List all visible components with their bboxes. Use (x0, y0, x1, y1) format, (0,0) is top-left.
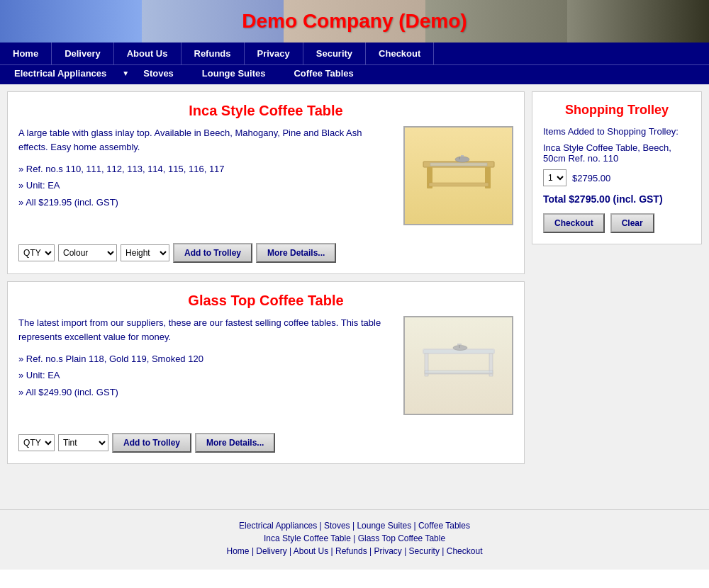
trolley-title: Shopping Trolley (543, 103, 691, 118)
footer-coffee-tables[interactable]: Coffee Tables (418, 521, 470, 531)
footer-delivery[interactable]: Delivery (256, 546, 286, 556)
footer-home[interactable]: Home (227, 546, 250, 556)
product-info-glass: The latest import from our suppliers, th… (18, 316, 393, 415)
trolley-buttons: Checkout Clear (543, 213, 691, 233)
footer-refunds[interactable]: Refunds (335, 546, 367, 556)
product-ref-inca: Ref. no.s 110, 111, 112, 113, 114, 115, … (18, 161, 393, 210)
product-controls-glass: QTY 1 2 3 4 5 Tint Plain Gold Smoked Add… (18, 426, 513, 453)
footer: Electrical Appliances | Stoves | Lounge … (0, 509, 709, 570)
footer-security[interactable]: Security (409, 546, 440, 556)
product-description-glass: The latest import from our suppliers, th… (18, 316, 393, 344)
trolley-qty-select[interactable]: 1 2 3 4 5 (543, 169, 566, 186)
nav-coffee-tables[interactable]: Coffee Tables (279, 65, 367, 81)
footer-line-3: Home | Delivery | About Us | Refunds | P… (11, 546, 698, 556)
trolley-items-label: Items Added to Shopping Trolley: (543, 126, 691, 137)
footer-line-1: Electrical Appliances | Stoves | Lounge … (11, 521, 698, 531)
product-unit-glass: Unit: EA (18, 367, 393, 383)
footer-stoves[interactable]: Stoves (324, 521, 350, 531)
site-title: Demo Company (Demo) (242, 10, 467, 33)
svg-point-5 (455, 157, 469, 162)
trolley-checkout-button[interactable]: Checkout (543, 213, 605, 233)
product-title-glass: Glass Top Coffee Table (18, 293, 513, 309)
footer-inca-table[interactable]: Inca Style Coffee Table (264, 533, 351, 543)
qty-select-glass[interactable]: QTY 1 2 3 4 5 (18, 434, 55, 451)
product-card-glass: Glass Top Coffee Table The latest import… (7, 281, 525, 464)
dropdown-arrow-electrical: ▼ (122, 69, 129, 77)
product-title-inca: Inca Style Coffee Table (18, 103, 513, 119)
nav-checkout[interactable]: Checkout (366, 43, 434, 64)
product-price-inca: All $219.95 (incl. GST) (18, 194, 393, 210)
trolley-clear-button[interactable]: Clear (610, 213, 654, 233)
product-info-inca: A large table with glass inlay top. Avai… (18, 126, 393, 225)
trolley-box: Shopping Trolley Items Added to Shopping… (532, 91, 702, 244)
svg-rect-7 (461, 155, 464, 157)
more-details-button-glass[interactable]: More Details... (195, 433, 275, 453)
nav-home[interactable]: Home (0, 43, 52, 64)
footer-privacy[interactable]: Privacy (374, 546, 401, 556)
footer-electrical-appliances[interactable]: Electrical Appliances (239, 521, 317, 531)
nav-refunds[interactable]: Refunds (182, 43, 245, 64)
nav-stoves[interactable]: Stoves (129, 65, 188, 81)
add-to-trolley-button-inca[interactable]: Add to Trolley (173, 243, 252, 263)
product-image-glass (403, 316, 513, 415)
add-to-trolley-button-glass[interactable]: Add to Trolley (112, 433, 191, 453)
product-price-glass: All $249.90 (incl. GST) (18, 384, 393, 400)
height-select-inca[interactable]: Height Low Medium High (121, 244, 169, 261)
footer-line-2: Inca Style Coffee Table | Glass Top Coff… (11, 533, 698, 543)
secondary-nav: Electrical Appliances ▼ Stoves Lounge Su… (0, 64, 709, 84)
product-body-glass: The latest import from our suppliers, th… (18, 316, 513, 415)
header-banner: Demo Company (Demo) (0, 0, 709, 43)
trolley-qty-row: 1 2 3 4 5 $2795.00 (543, 169, 691, 186)
primary-nav: Home Delivery About Us Refunds Privacy S… (0, 43, 709, 64)
product-description-inca: A large table with glass inlay top. Avai… (18, 126, 393, 154)
qty-select-inca[interactable]: QTY 1 2 3 4 5 (18, 244, 55, 261)
product-image-inca (403, 126, 513, 225)
nav-electrical-appliances[interactable]: Electrical Appliances (0, 65, 121, 81)
product-ref-glass: Ref. no.s Plain 118, Gold 119, Smoked 12… (18, 351, 393, 400)
product-unit-inca: Unit: EA (18, 177, 393, 193)
trolley-total: Total $2795.00 (incl. GST) (543, 193, 691, 205)
svg-rect-15 (459, 345, 460, 348)
svg-rect-16 (457, 344, 462, 345)
svg-rect-13 (425, 373, 493, 374)
products-column: Inca Style Coffee Table A large table wi… (7, 91, 525, 502)
trolley-item-name: Inca Style Coffee Table, Beech, 50cm Ref… (543, 142, 691, 164)
product-ref-numbers-inca: Ref. no.s 110, 111, 112, 113, 114, 115, … (18, 161, 393, 177)
banner-seg-1 (0, 0, 142, 43)
footer-glass-table[interactable]: Glass Top Coffee Table (358, 533, 445, 543)
footer-checkout[interactable]: Checkout (447, 546, 483, 556)
nav-about-us[interactable]: About Us (114, 43, 182, 64)
product-controls-inca: QTY 1 2 3 4 5 Colour Beech Mahogany Pine… (18, 236, 513, 263)
product-image-glass-svg (416, 334, 501, 397)
svg-rect-4 (429, 183, 489, 186)
more-details-button-inca[interactable]: More Details... (256, 243, 336, 263)
nav-delivery[interactable]: Delivery (52, 43, 114, 64)
nav-privacy[interactable]: Privacy (245, 43, 303, 64)
product-ref-numbers-glass: Ref. no.s Plain 118, Gold 119, Smoked 12… (18, 351, 393, 367)
trolley-column: Shopping Trolley Items Added to Shopping… (532, 91, 702, 502)
colour-select-inca[interactable]: Colour Beech Mahogany Pine Black Ash (58, 244, 117, 261)
footer-about-us[interactable]: About Us (294, 546, 328, 556)
banner-seg-5 (567, 0, 709, 43)
product-card-inca: Inca Style Coffee Table A large table wi… (7, 91, 525, 274)
footer-lounge-suites[interactable]: Lounge Suites (357, 521, 411, 531)
svg-rect-1 (430, 163, 487, 166)
nav-lounge-suites[interactable]: Lounge Suites (188, 65, 280, 81)
svg-rect-6 (459, 157, 460, 159)
product-body-inca: A large table with glass inlay top. Avai… (18, 126, 513, 225)
trolley-item-price: $2795.00 (572, 173, 610, 183)
nav-security[interactable]: Security (303, 43, 366, 64)
main-content: Inca Style Coffee Table A large table wi… (0, 84, 709, 509)
tint-select-glass[interactable]: Tint Plain Gold Smoked (58, 434, 108, 451)
product-image-inca-svg (416, 144, 501, 208)
